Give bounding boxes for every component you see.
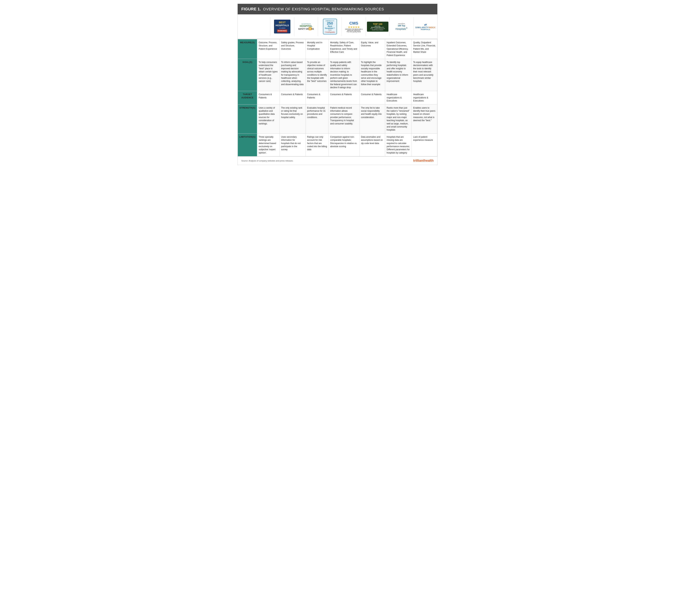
footer-bar: Source: Analysis of company websites and… [238, 156, 437, 165]
table-cell: Lack of patient experience measure [411, 134, 437, 156]
table-cell: To provide an objective review of clinic… [305, 59, 328, 91]
logo-similarity: ⇄ SIMILARITYINDEX HOSPITALS [414, 17, 437, 36]
table-cell: Mortality, Safety of Care, Readmission, … [328, 39, 359, 59]
table-cell: Healthcare organizations & Executives [385, 91, 412, 105]
logo-healthgrades: AMERICA'S 250 Best Hospitals™ 2022 ♥ hea… [318, 17, 342, 36]
logo-cms: CMS ★★★★★ CENTERS FOR MEDICARE & MEDICAI… [342, 17, 366, 36]
table-cell: Inpatient Outcomes, Extended Outcomes, O… [385, 39, 412, 59]
table-cell: To inform value-based purchasing and imp… [280, 59, 305, 91]
table-cell: Safety grades, Process and Structure, Ou… [280, 39, 305, 59]
table-cell: Patient medical record information allow… [328, 105, 359, 134]
table-cell: Consumers & Patients [280, 91, 305, 105]
table-cell: To highlight the hospitals that provide … [359, 59, 385, 91]
table-cell: Enables users to identify their true pee… [411, 105, 437, 134]
table-cell: Consumers & Patients [257, 91, 280, 105]
table-cell: To identify top performing hospitals and… [385, 59, 412, 91]
logo-usnews: BEST HOSPITALS U.S.NEWS RANKINGS [271, 17, 294, 36]
row-header-limitation-s-: LIMITATION(S) [238, 134, 257, 156]
table-cell: Uses a variety of qualitative and quanti… [257, 105, 280, 134]
logo-empty-cell [238, 17, 271, 36]
logo-merative: merative 100 Top Hospitals® [390, 17, 414, 36]
table-cell: Consumers & Patients [328, 91, 359, 105]
row-header-goal-s-: GOAL(S) [238, 59, 257, 91]
table-cell: Hospitals that are missing data are requ… [385, 134, 412, 156]
table-cell: Comparison against non-comparable hospit… [328, 134, 359, 156]
table-cell: Ratings can only account for risk factor… [305, 134, 328, 156]
table-cell: Healthcare organizations & Executives [411, 91, 437, 105]
table-cell: Quality, Outpatient Service Line, Financ… [411, 39, 437, 59]
table-cell: Outcome, Process, Structure, and Patient… [257, 39, 280, 59]
table-cell: Mortality and In-Hospital Complication [305, 39, 328, 59]
table-cell: Three specialty rankings are determined … [257, 134, 280, 156]
row-header-measure-s-: MEASURE(S) [238, 39, 257, 59]
table-cell: The only existing rank or rating list th… [280, 105, 305, 134]
table-cell: Consumers & Patients [305, 91, 328, 105]
table-cell: Uses secondary information for hospitals… [280, 134, 305, 156]
logo-lown: TOP 100 SOCIAL RESPONSIBILITY 2021 · LOW… [366, 17, 390, 36]
row-header-target-audience: TARGET AUDIENCE [238, 91, 257, 105]
page-wrapper: FIGURE 1. OVERVIEW OF EXISTING HOSPITAL … [237, 4, 438, 165]
table-cell: Data anomalies and assumptions based on … [359, 134, 385, 156]
table-cell: To equip healthcare decisionmakers with … [411, 59, 437, 91]
table-cell: Evaluates hospital performance for 31 pr… [305, 105, 328, 134]
footer-source: Source: Analysis of company websites and… [241, 160, 293, 162]
logos-row: BEST HOSPITALS U.S.NEWS RANKINGS LEAPFRO… [238, 14, 437, 39]
table-cell: Ranks more than just the nation's "renow… [385, 105, 412, 134]
row-header-strength-s-: STRENGTH(S) [238, 105, 257, 134]
table-cell: To help consumers understand the "best" … [257, 59, 280, 91]
header-bar: FIGURE 1. OVERVIEW OF EXISTING HOSPITAL … [238, 4, 437, 14]
table-cell: Equity, Value, and Outcomes [359, 39, 385, 59]
table-cell: To equip patients with quality and safet… [328, 59, 359, 91]
main-table: MEASURE(S)Outcome, Process, Structure, a… [238, 39, 437, 156]
table-cell: The only list to take social responsibil… [359, 105, 385, 134]
page-title: OVERVIEW OF EXISTING HOSPITAL BENCHMARKI… [263, 7, 384, 11]
trilliant-logo: trillianthealth [413, 159, 434, 162]
figure-label: FIGURE 1. [241, 7, 261, 11]
table-cell: Consumer & Patients [359, 91, 385, 105]
logo-leapfrog: LEAPFROG HOSPITAL SAFETY GRADE [294, 17, 318, 36]
